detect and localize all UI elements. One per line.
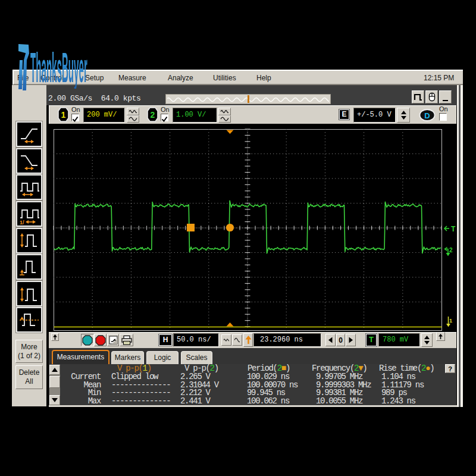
svg-text:1: 1 — [449, 318, 452, 324]
svg-text:2: 2 — [449, 247, 453, 253]
svg-text:2: 2 — [151, 110, 155, 120]
svg-text:1/: 1/ — [20, 220, 24, 226]
svg-text:T: T — [451, 225, 456, 233]
svg-text:1: 1 — [61, 110, 66, 120]
svg-text:D: D — [424, 111, 430, 120]
